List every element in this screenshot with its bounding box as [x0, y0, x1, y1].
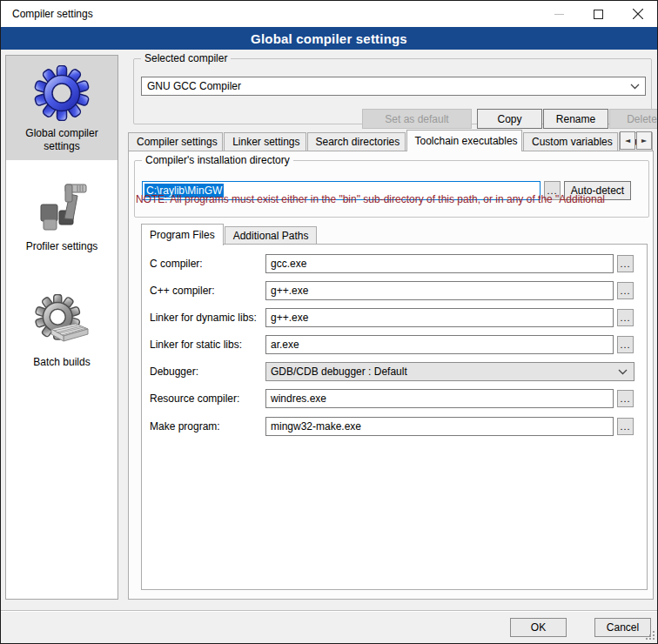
- gear-blue-icon: [34, 65, 90, 121]
- make-program-input[interactable]: mingw32-make.exe: [265, 417, 614, 436]
- ok-button[interactable]: OK: [510, 618, 567, 637]
- compiler-buttons-row: Set as default Copy Rename Delete Reset …: [362, 109, 658, 129]
- debugger-select-value: GDB/CDB debugger : Default: [271, 366, 407, 378]
- sidebar-item-global-compiler-settings[interactable]: Global compiler settings: [6, 56, 118, 160]
- tab-compiler-settings[interactable]: Compiler settings: [128, 132, 223, 151]
- sidebar-item-label: Batch builds: [6, 352, 118, 376]
- maximize-icon: [594, 10, 603, 19]
- tab-linker-settings[interactable]: Linker settings: [224, 132, 306, 151]
- tab-scroll-buttons: ◄ ►: [619, 131, 652, 150]
- program-files-panel: C compiler: gcc.exe ... C++ compiler: g+…: [141, 244, 648, 590]
- tab-scroll-left-icon[interactable]: ◄: [620, 131, 635, 150]
- gear-stack-icon: [34, 294, 90, 350]
- title-bar[interactable]: Compiler settings: [1, 1, 657, 27]
- installation-directory-group: Compiler's installation directory C:\ray…: [134, 160, 649, 218]
- selected-compiler-group: Selected compiler GNU GCC Compiler Set a…: [133, 58, 652, 124]
- form-row-debugger: Debugger: GDB/CDB debugger : Default: [142, 362, 647, 381]
- tab-custom-variables[interactable]: Custom variables: [523, 132, 618, 151]
- sidebar-item-label: Profiler settings: [6, 237, 118, 260]
- settings-tab-bar: Compiler settings Linker settings Search…: [128, 130, 654, 151]
- window-title: Compiler settings: [12, 8, 93, 20]
- field-label: Linker for dynamic libs:: [150, 308, 257, 327]
- chevron-down-icon: [630, 84, 640, 90]
- linker-static-input[interactable]: ar.exe: [265, 335, 614, 354]
- form-row-resource-compiler: Resource compiler: windres.exe ...: [142, 389, 647, 408]
- program-files-tab-bar: Program Files Additional Paths: [141, 223, 318, 245]
- debugger-select[interactable]: GDB/CDB debugger : Default: [265, 362, 634, 381]
- form-row-make-program: Make program: mingw32-make.exe ...: [142, 417, 647, 436]
- browse-button[interactable]: ...: [617, 255, 634, 272]
- linker-dynamic-input[interactable]: g++.exe: [265, 308, 614, 327]
- group-label: Compiler's installation directory: [142, 154, 293, 166]
- tab-toolchain-executables[interactable]: Toolchain executables: [406, 130, 523, 151]
- field-label: Debugger:: [150, 362, 198, 381]
- browse-button[interactable]: ...: [617, 390, 634, 407]
- minimize-button[interactable]: [540, 1, 579, 27]
- field-label: Linker for static libs:: [150, 335, 242, 354]
- close-icon: [633, 9, 643, 19]
- chevron-down-icon: [618, 369, 628, 375]
- field-label: C compiler:: [150, 254, 203, 273]
- settings-sidebar: Global compiler settings: [5, 55, 118, 600]
- toolchain-executables-page: Compiler's installation directory C:\ray…: [128, 151, 654, 600]
- form-row-cpp-compiler: C++ compiler: g++.exe ...: [142, 281, 647, 300]
- sidebar-item-batch-builds[interactable]: Batch builds: [6, 285, 118, 376]
- resize-grip-icon[interactable]: [653, 638, 655, 640]
- sidebar-item-profiler-settings[interactable]: Profiler settings: [6, 169, 118, 260]
- form-row-c-compiler: C compiler: gcc.exe ...: [142, 254, 647, 273]
- form-row-linker-dynamic: Linker for dynamic libs: g++.exe ...: [142, 308, 647, 327]
- tab-additional-paths[interactable]: Additional Paths: [225, 226, 318, 245]
- compiler-select-value: GNU GCC Compiler: [147, 80, 241, 92]
- dialog-header: Global compiler settings: [1, 27, 657, 50]
- note-text: NOTE: All programs must exist either in …: [136, 193, 642, 205]
- form-row-linker-static: Linker for static libs: ar.exe ...: [142, 335, 647, 354]
- compiler-select[interactable]: GNU GCC Compiler: [141, 77, 646, 96]
- sidebar-item-label: Global compiler settings: [6, 124, 118, 160]
- tab-program-files[interactable]: Program Files: [141, 224, 224, 245]
- minimize-icon: [554, 10, 564, 19]
- footer-separator: [1, 610, 658, 612]
- dialog-body: Global compiler settings: [1, 50, 658, 644]
- group-label: Selected compiler: [141, 52, 231, 64]
- tab-search-directories[interactable]: Search directories: [307, 132, 406, 151]
- caliper-icon: [34, 178, 90, 234]
- cpp-compiler-input[interactable]: g++.exe: [265, 281, 614, 300]
- field-label: Resource compiler:: [150, 389, 239, 408]
- tab-scroll-right-icon[interactable]: ►: [636, 131, 652, 150]
- copy-button[interactable]: Copy: [477, 109, 542, 129]
- cancel-button[interactable]: Cancel: [594, 618, 651, 637]
- compiler-settings-dialog: Compiler settings Global compiler se: [0, 0, 658, 644]
- browse-button[interactable]: ...: [617, 336, 634, 353]
- resource-compiler-input[interactable]: windres.exe: [265, 389, 614, 408]
- page-title: Global compiler settings: [251, 31, 407, 46]
- field-label: Make program:: [150, 417, 220, 436]
- c-compiler-input[interactable]: gcc.exe: [265, 254, 614, 273]
- browse-button[interactable]: ...: [617, 418, 634, 435]
- browse-button[interactable]: ...: [617, 282, 634, 299]
- close-button[interactable]: [618, 1, 657, 27]
- field-label: C++ compiler:: [150, 281, 215, 300]
- set-as-default-button[interactable]: Set as default: [362, 109, 472, 129]
- delete-button[interactable]: Delete: [609, 109, 658, 129]
- maximize-button[interactable]: [579, 1, 618, 27]
- browse-button[interactable]: ...: [617, 309, 634, 326]
- rename-button[interactable]: Rename: [543, 109, 608, 129]
